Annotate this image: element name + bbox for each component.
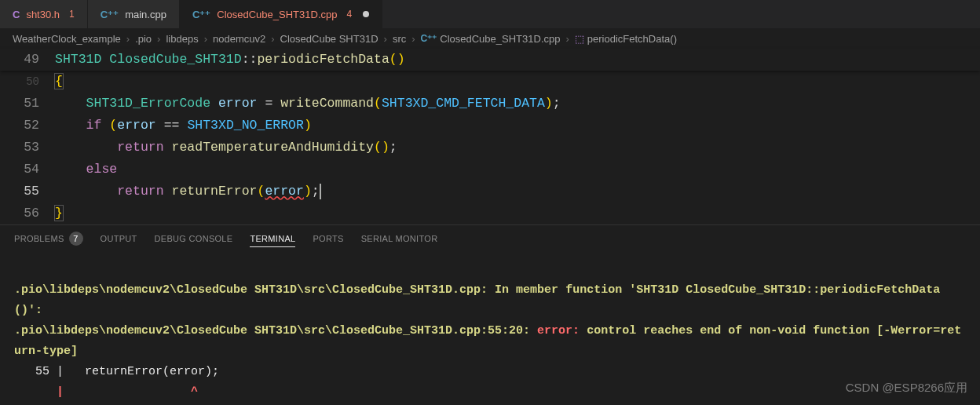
sticky-scroll-line[interactable]: 49 SHT31D ClosedCube_SHT31D::periodicFet… [0, 49, 980, 71]
breadcrumb-file[interactable]: C⁺⁺ ClosedCube_SHT31D.cpp [421, 33, 561, 45]
method-icon: ⬚ [575, 33, 584, 45]
line-number: 54 [0, 159, 55, 181]
terminal-line-number: 55 [14, 365, 49, 378]
terminal-error-label: error: [537, 324, 587, 338]
tab-label: ClosedCube_SHT31D.cpp [217, 9, 337, 20]
chevron-right-icon: › [411, 33, 415, 45]
panel-tab-label: PROBLEMS [14, 234, 64, 243]
terminal-code-snippet: returnError(error); [85, 365, 219, 378]
tab-main-cpp[interactable]: C⁺⁺ main.cpp [88, 0, 180, 28]
tab-label: main.cpp [125, 9, 166, 20]
dirty-indicator-icon [363, 11, 369, 17]
panel-tab-output[interactable]: OUTPUT [101, 234, 137, 243]
terminal-path: .pio\libdeps\nodemcuv2\ClosedCube SHT31D… [14, 283, 488, 297]
tab-closedcube-cpp[interactable]: C⁺⁺ ClosedCube_SHT31D.cpp 4 [180, 0, 382, 28]
code-line[interactable]: 53 return readTemperatureAndHumidity(); [0, 137, 980, 159]
breadcrumb-symbol-label: periodicFetchData() [587, 33, 677, 45]
tab-label: sht30.h [26, 9, 60, 20]
line-number: 53 [0, 137, 55, 159]
breadcrumb-item[interactable]: .pio [135, 33, 152, 45]
line-number: 50 [0, 71, 55, 93]
code-content: SHT31D ClosedCube_SHT31D::periodicFetchD… [55, 49, 405, 71]
problems-count-badge: 7 [69, 232, 83, 246]
terminal-output[interactable]: .pio\libdeps\nodemcuv2\ClosedCube SHT31D… [0, 252, 980, 403]
text-cursor [320, 184, 321, 199]
code-line[interactable]: 54 else [0, 159, 980, 181]
panel-tabs: PROBLEMS 7 OUTPUT DEBUG CONSOLE TERMINAL… [0, 224, 980, 252]
line-number: 55 [0, 181, 55, 202]
line-number: 51 [0, 93, 55, 115]
code-content: if (error == SHT3XD_NO_ERROR) [55, 115, 312, 137]
c-file-icon: C [13, 9, 20, 20]
code-line[interactable]: 50 { [0, 71, 980, 93]
terminal-error-caret: | ^ [14, 385, 198, 399]
breadcrumb-item[interactable]: nodemcuv2 [213, 33, 265, 45]
breadcrumb[interactable]: WeatherClock_example › .pio › libdeps › … [0, 28, 980, 49]
breadcrumb-item[interactable]: ClosedCube SHT31D [280, 33, 378, 45]
code-content: return readTemperatureAndHumidity(); [55, 137, 397, 159]
line-number: 56 [0, 202, 55, 224]
terminal-path: .pio\libdeps\nodemcuv2\ClosedCube SHT31D… [14, 324, 537, 338]
code-line[interactable]: 51 SHT31D_ErrorCode error = writeCommand… [0, 93, 980, 115]
code-content: { [55, 71, 63, 93]
watermark: CSDN @ESP8266应用 [846, 381, 967, 396]
panel-tab-terminal[interactable]: TERMINAL [250, 234, 295, 247]
code-line[interactable]: 52 if (error == SHT3XD_NO_ERROR) [0, 115, 980, 137]
breadcrumb-symbol[interactable]: ⬚ periodicFetchData() [575, 33, 677, 45]
chevron-right-icon: › [565, 33, 569, 45]
breadcrumb-item[interactable]: src [393, 33, 406, 45]
breadcrumb-item[interactable]: libdeps [166, 33, 198, 45]
cpp-file-icon: C⁺⁺ [101, 9, 119, 20]
panel-tab-ports[interactable]: PORTS [313, 234, 343, 243]
terminal-separator: | [49, 365, 85, 378]
line-number: 52 [0, 115, 55, 137]
panel-tab-serial-monitor[interactable]: SERIAL MONITOR [361, 234, 438, 243]
panel-tab-debug-console[interactable]: DEBUG CONSOLE [155, 234, 233, 243]
tab-problem-badge: 1 [69, 9, 75, 20]
panel-tab-problems[interactable]: PROBLEMS 7 [14, 232, 83, 246]
breadcrumb-file-label: ClosedCube_SHT31D.cpp [440, 33, 560, 45]
chevron-right-icon: › [126, 33, 130, 45]
editor-tabs: C sht30.h 1 C⁺⁺ main.cpp C⁺⁺ ClosedCube_… [0, 0, 980, 28]
line-number: 49 [0, 49, 55, 71]
code-content: return returnError(error); [55, 181, 321, 202]
tab-problem-badge: 4 [346, 9, 352, 20]
chevron-right-icon: › [204, 33, 207, 45]
chevron-right-icon: › [271, 33, 274, 45]
code-line[interactable]: 55 return returnError(error); [0, 181, 980, 202]
chevron-right-icon: › [157, 33, 160, 45]
breadcrumb-item[interactable]: WeatherClock_example [13, 33, 121, 45]
code-editor[interactable]: 49 SHT31D ClosedCube_SHT31D::periodicFet… [0, 49, 980, 224]
cpp-file-icon: C⁺⁺ [192, 9, 210, 20]
code-content: else [55, 159, 117, 181]
code-content: } [55, 202, 63, 224]
code-content: SHT31D_ErrorCode error = writeCommand(SH… [55, 93, 561, 115]
code-line[interactable]: 56 } [0, 202, 980, 224]
chevron-right-icon: › [384, 33, 387, 45]
tab-sht30-h[interactable]: C sht30.h 1 [0, 0, 88, 28]
cpp-file-icon: C⁺⁺ [421, 33, 437, 44]
